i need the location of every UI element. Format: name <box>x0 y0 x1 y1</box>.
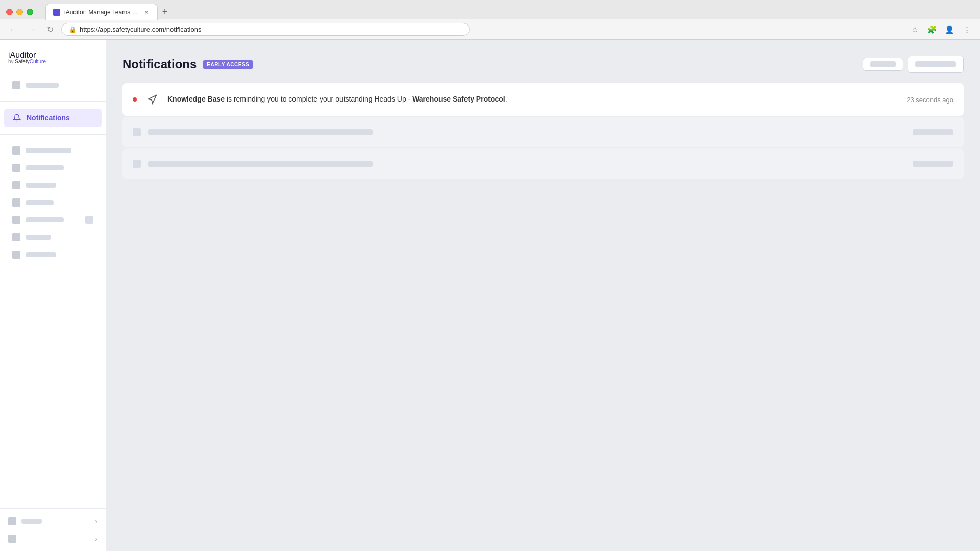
bell-icon <box>12 113 21 122</box>
forward-button[interactable]: → <box>24 22 39 37</box>
menu-button[interactable]: ⋮ <box>960 22 974 37</box>
sidebar-icon-8 <box>12 251 20 259</box>
close-window-button[interactable] <box>6 9 13 15</box>
notification-placeholder-time-2 <box>913 129 953 135</box>
action-button[interactable] <box>908 56 964 73</box>
header-actions <box>863 56 964 73</box>
sidebar-bottom-item-2[interactable]: › <box>0 530 106 547</box>
sidebar-icon-6 <box>12 216 20 224</box>
sidebar-bottom-label-1 <box>21 519 42 524</box>
browser-chrome: iAuditor: Manage Teams and N... × + ← → … <box>0 0 980 40</box>
filter-button[interactable] <box>863 58 903 71</box>
unread-indicator <box>133 97 137 102</box>
sidebar-item-6[interactable] <box>4 211 102 229</box>
profile-button[interactable]: 👤 <box>942 22 957 37</box>
sidebar-label-5 <box>26 200 54 205</box>
new-tab-button[interactable]: + <box>158 5 172 19</box>
sidebar-top-section <box>0 72 106 98</box>
sidebar-icon-2 <box>12 146 20 155</box>
notification-time-1: 23 seconds ago <box>906 96 953 104</box>
megaphone-icon <box>144 91 160 108</box>
sidebar-icon-3 <box>12 164 20 172</box>
sidebar-label-4 <box>26 183 56 188</box>
notification-item-3[interactable] <box>122 148 964 179</box>
sidebar-logo: iAuditor by SafetyCulture <box>0 40 106 72</box>
reload-button[interactable]: ↻ <box>43 22 57 37</box>
sidebar-divider-2 <box>0 134 106 135</box>
extensions-button[interactable]: 🧩 <box>925 22 939 37</box>
sidebar-label-8 <box>26 252 56 257</box>
sidebar-label-2 <box>26 148 71 153</box>
notification-sender: Knowledge Base <box>167 95 225 103</box>
early-access-badge: EARLY ACCESS <box>203 60 253 69</box>
maximize-window-button[interactable] <box>27 9 33 15</box>
sidebar-main-section <box>0 138 106 267</box>
sidebar-divider-1 <box>0 101 106 102</box>
sidebar-bottom: › › <box>0 508 106 551</box>
tab-bar: iAuditor: Manage Teams and N... × + <box>39 4 178 20</box>
browser-title-bar: iAuditor: Manage Teams and N... × + <box>0 0 980 19</box>
sidebar-item-notifications[interactable]: Notifications <box>4 109 102 127</box>
page-title: Notifications <box>122 57 197 71</box>
sidebar-label-placeholder-1 <box>26 83 59 88</box>
bookmark-button[interactable]: ☆ <box>908 22 922 37</box>
notifications-list: Knowledge Base is reminding you to compl… <box>122 83 964 179</box>
toolbar-actions: ☆ 🧩 👤 ⋮ <box>908 22 974 37</box>
sidebar-item-3[interactable] <box>4 159 102 177</box>
notification-checkbox-3 <box>133 160 141 168</box>
filter-placeholder <box>870 61 896 67</box>
sidebar-icon-5 <box>12 198 20 207</box>
tab-close-button[interactable]: × <box>143 8 150 17</box>
browser-toolbar: ← → ↻ 🔒 https://app.safetyculture.com/no… <box>0 19 980 40</box>
active-tab[interactable]: iAuditor: Manage Teams and N... × <box>45 4 158 20</box>
sidebar-item-4[interactable] <box>4 177 102 194</box>
notification-subject: Warehouse Safety Protocol <box>412 95 505 103</box>
sidebar-item-7[interactable] <box>4 229 102 246</box>
sidebar-item-5[interactable] <box>4 194 102 211</box>
chevron-right-icon-1: › <box>95 517 97 525</box>
sidebar-notifications-section: Notifications <box>0 105 106 131</box>
sidebar-label-3 <box>26 165 64 170</box>
main-content: Notifications EARLY ACCESS <box>106 40 980 551</box>
sidebar-bottom-item-1[interactable]: › <box>0 513 106 530</box>
sidebar-icon-placeholder-1 <box>12 81 20 89</box>
sidebar-label-6 <box>26 217 64 222</box>
address-bar[interactable]: 🔒 https://app.safetyculture.com/notifica… <box>61 23 470 36</box>
notification-checkbox-2 <box>133 128 141 136</box>
logo-auditor: Auditor <box>10 51 36 59</box>
sidebar-bottom-icon-1 <box>8 517 16 525</box>
notification-placeholder-bar-3 <box>148 161 373 167</box>
logo-by-text: by SafetyCulture <box>8 59 46 64</box>
sidebar-icon-7 <box>12 233 20 241</box>
minimize-window-button[interactable] <box>16 9 23 15</box>
action-btn-placeholder <box>915 61 956 67</box>
notifications-label: Notifications <box>27 114 70 122</box>
logo: iAuditor by SafetyCulture <box>8 51 46 64</box>
sidebar: iAuditor by SafetyCulture <box>0 40 106 551</box>
sidebar-badge-6 <box>85 216 93 224</box>
lock-icon: 🔒 <box>69 26 77 33</box>
sidebar-item-2[interactable] <box>4 142 102 159</box>
notification-middle: is reminding you to complete your outsta… <box>225 95 412 103</box>
chevron-right-icon-2: › <box>95 535 97 543</box>
notification-text-1: Knowledge Base is reminding you to compl… <box>167 94 899 105</box>
notification-placeholder-bar-2 <box>148 129 373 135</box>
page-header: Notifications EARLY ACCESS <box>122 56 964 73</box>
notification-placeholder-time-3 <box>913 161 953 167</box>
sidebar-label-7 <box>26 235 51 240</box>
back-button[interactable]: ← <box>6 22 20 37</box>
sidebar-bottom-icon-2 <box>8 535 16 543</box>
notification-end: . <box>505 95 507 103</box>
sidebar-item-top[interactable] <box>4 77 102 94</box>
url-display: https://app.safetyculture.com/notificati… <box>80 26 201 33</box>
app-container: iAuditor by SafetyCulture <box>0 40 980 551</box>
tab-title: iAuditor: Manage Teams and N... <box>64 9 139 16</box>
tab-favicon <box>53 9 60 16</box>
sidebar-icon-4 <box>12 181 20 189</box>
traffic-lights <box>6 9 33 15</box>
notification-item-2[interactable] <box>122 117 964 147</box>
sidebar-item-8[interactable] <box>4 246 102 263</box>
notification-item-1[interactable]: Knowledge Base is reminding you to compl… <box>122 83 964 116</box>
